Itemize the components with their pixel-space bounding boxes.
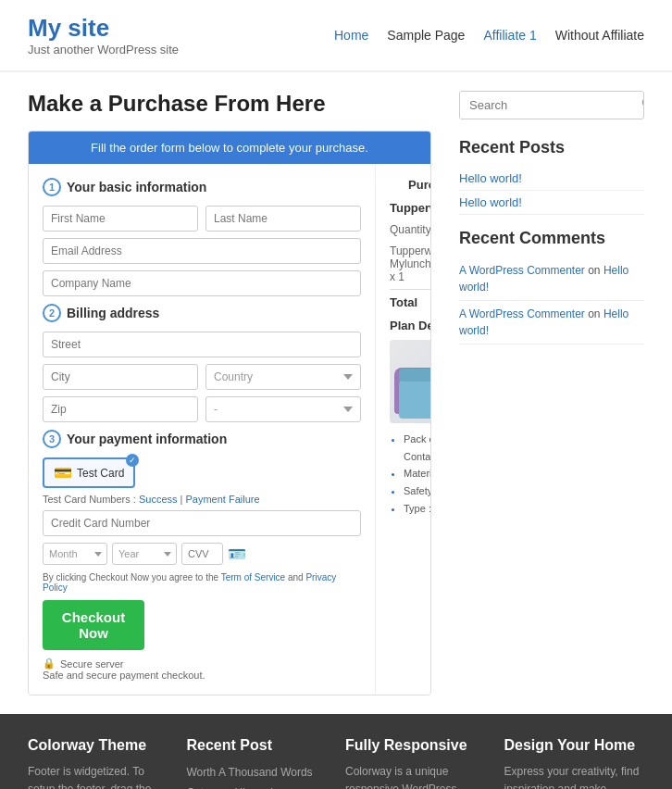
- terms-text: By clicking Checkout Now you agree to th…: [43, 572, 361, 593]
- quantity-row: Quantity: [390, 220, 431, 239]
- feature-1: Pack of 3 Airtight Container: [404, 431, 431, 465]
- dash-select[interactable]: -: [205, 396, 361, 422]
- footer-columns: Colorway Theme Footer is widgetized. To …: [0, 714, 672, 789]
- site-tagline: Just another WordPress site: [28, 43, 179, 56]
- city-input[interactable]: [43, 364, 198, 390]
- search-box: [459, 91, 644, 119]
- country-select[interactable]: Country: [205, 364, 361, 390]
- street-input[interactable]: [43, 332, 361, 357]
- comment-2: A WordPress Commenter on Hello world!: [459, 301, 644, 344]
- secure-label: Secure server: [60, 658, 123, 670]
- zip-row: -: [43, 396, 361, 422]
- street-row: [43, 332, 361, 357]
- first-name-input[interactable]: [43, 206, 198, 232]
- checkout-button[interactable]: Checkout Now: [43, 600, 144, 650]
- form-section: 1 Your basic information: [29, 164, 376, 695]
- commenter-link-2[interactable]: A WordPress Commenter: [459, 307, 585, 320]
- year-select[interactable]: Year: [112, 543, 177, 565]
- nav-affiliate1[interactable]: Affiliate 1: [483, 28, 536, 43]
- nav-sample-page[interactable]: Sample Page: [387, 28, 465, 43]
- section1-title: 1 Your basic information: [43, 178, 361, 196]
- checkout-container: Fill the order form below to complete yo…: [28, 131, 431, 695]
- line-item-label: Tupperware Mylunch Container x 1: [390, 244, 431, 283]
- total-label: Total: [390, 295, 417, 309]
- card-icon: 💳: [54, 464, 72, 482]
- email-row: [43, 238, 361, 264]
- expiry-row: Month Year 🪪: [43, 543, 361, 565]
- recent-comments-title: Recent Comments: [459, 229, 644, 248]
- post-link-2[interactable]: Hello world!: [459, 191, 644, 215]
- failure-link[interactable]: Payment Failure: [186, 494, 260, 505]
- cvv-card-icon: 🪪: [228, 545, 246, 563]
- step2-circle: 2: [43, 304, 61, 322]
- purchase-title: Purchase Details: [390, 178, 431, 192]
- quantity-label: Quantity: [390, 223, 431, 236]
- last-name-input[interactable]: [205, 206, 361, 232]
- footer-col1-text: Footer is widgetized. To setup the foote…: [28, 763, 168, 789]
- plan-features: Pack of 3 Airtight Container Material : …: [390, 431, 431, 517]
- zip-input[interactable]: [43, 396, 198, 422]
- checkout-body: 1 Your basic information: [29, 164, 430, 695]
- company-row: [43, 270, 361, 296]
- step1-circle: 1: [43, 178, 61, 196]
- card-number-input[interactable]: [43, 510, 361, 536]
- search-icon: [641, 97, 644, 110]
- safe-text: Safe and secure payment checkout.: [43, 670, 361, 681]
- feature-2: Material : Plastic: [404, 465, 431, 482]
- tupperware-visual: [394, 344, 431, 419]
- feature-4: Type : Cookie Jar: [404, 500, 431, 518]
- footer-col-4: Design Your Home Express your creativity…: [504, 737, 645, 789]
- check-badge: ✓: [126, 454, 139, 467]
- lid-blue: [399, 369, 431, 382]
- total-row: Total $10.00: [390, 289, 431, 309]
- site-branding: My site Just another WordPress site: [28, 14, 179, 56]
- email-input[interactable]: [43, 238, 361, 264]
- section2-title: 2 Billing address: [43, 304, 361, 322]
- commenter-link-1[interactable]: A WordPress Commenter: [459, 264, 585, 277]
- name-row: [43, 206, 361, 232]
- plan-title: Plan Details: [390, 319, 431, 332]
- product-image: [390, 340, 431, 423]
- step3-circle: 3: [43, 430, 61, 448]
- footer-main: Colorway Theme Footer is widgetized. To …: [0, 714, 672, 789]
- footer-post-link-1[interactable]: Worth A Thousand Words: [187, 763, 328, 783]
- purchase-section: Purchase Details Tupperware Quantity Tup…: [376, 164, 431, 695]
- sidebar: Recent Posts Hello world! Hello world! R…: [459, 91, 644, 695]
- footer-col2-title: Recent Post: [187, 737, 328, 754]
- footer-col4-text: Express your creativity, find inspiratio…: [504, 763, 645, 789]
- line-item-row: Tupperware Mylunch Container x 1 $10.00: [390, 244, 431, 283]
- city-country-row: Country: [43, 364, 361, 390]
- search-input[interactable]: [460, 92, 634, 119]
- section3-title: 3 Your payment information: [43, 430, 361, 448]
- post-link-1[interactable]: Hello world!: [459, 167, 644, 191]
- cvv-input[interactable]: [181, 543, 223, 565]
- card-type-button[interactable]: 💳 Test Card ✓: [43, 457, 135, 488]
- footer-col4-title: Design Your Home: [504, 737, 645, 754]
- comment-1: A WordPress Commenter on Hello world!: [459, 257, 644, 301]
- recent-posts-title: Recent Posts: [459, 138, 644, 157]
- terms-link[interactable]: Term of Service: [221, 572, 285, 582]
- nav-home[interactable]: Home: [334, 28, 368, 43]
- nav-without-affiliate[interactable]: Without Affiliate: [555, 28, 644, 43]
- search-button[interactable]: [634, 92, 644, 119]
- box-blue: [399, 377, 431, 419]
- content-area: Make a Purchase From Here Fill the order…: [28, 91, 431, 695]
- main-content: Make a Purchase From Here Fill the order…: [0, 72, 672, 714]
- site-header: My site Just another WordPress site Home…: [0, 0, 672, 71]
- month-select[interactable]: Month: [43, 543, 107, 565]
- success-link[interactable]: Success: [139, 494, 178, 505]
- footer-col-2: Recent Post Worth A Thousand Words Categ…: [187, 737, 328, 789]
- footer-col-3: Fully Responsive Colorway is a unique re…: [345, 737, 486, 789]
- svg-point-0: [642, 98, 644, 106]
- lock-icon: 🔒: [43, 658, 56, 670]
- footer-col1-title: Colorway Theme: [28, 737, 168, 754]
- footer-post-link-2[interactable]: Category Hierarchy: [187, 783, 328, 789]
- product-name: Tupperware: [390, 201, 431, 215]
- checkout-header: Fill the order form below to complete yo…: [29, 132, 430, 164]
- footer-col3-text: Colorway is a unique responsive WordPres…: [345, 763, 486, 789]
- main-nav: Home Sample Page Affiliate 1 Without Aff…: [334, 28, 644, 43]
- site-title: My site: [28, 14, 179, 43]
- secure-note: 🔒 Secure server: [43, 658, 361, 670]
- company-input[interactable]: [43, 270, 361, 296]
- feature-3: Safety Feature : Modular: [404, 482, 431, 500]
